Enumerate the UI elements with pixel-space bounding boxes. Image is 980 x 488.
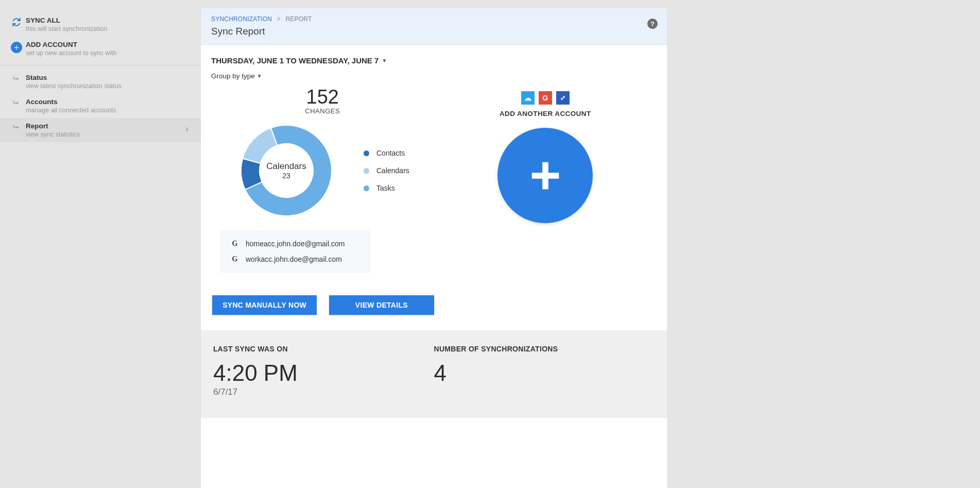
sidebar-item-report[interactable]: Report view sync statistics (0, 118, 201, 142)
last-sync-label: LAST SYNC WAS ON (213, 345, 434, 353)
sidebar-sync-all-title: SYNC ALL (26, 16, 191, 24)
group-by-dropdown[interactable]: Group by type ▼ (211, 72, 262, 80)
sidebar-item-status[interactable]: Status view latest synchronization statu… (0, 70, 201, 94)
sidebar-report-title: Report (26, 122, 183, 130)
group-by-label: Group by type (211, 72, 255, 80)
legend-dot-icon (364, 186, 369, 191)
legend-item-calendars[interactable]: Calendars (364, 166, 409, 175)
changes-label: CHANGES (211, 107, 434, 115)
google-icon: G (230, 255, 239, 264)
sidebar-item-add-account[interactable]: ＋ ADD ACCOUNT set up new account to sync… (0, 37, 201, 61)
donut-center-label: Calendars (266, 161, 306, 172)
expand-provider-icon[interactable]: ⤢ (556, 91, 570, 105)
date-range-dropdown[interactable]: THURSDAY, JUNE 1 TO WEDNESDAY, JUNE 7 ▼ (211, 56, 387, 65)
legend-dot-icon (364, 168, 369, 174)
sidebar: SYNC ALL this will start synchronization… (0, 0, 201, 488)
sync-manually-button[interactable]: SYNC MANUALLY NOW (212, 295, 317, 315)
add-account-button[interactable] (497, 128, 593, 223)
add-another-account-label: ADD ANOTHER ACCOUNT (434, 110, 657, 117)
num-sync-label: NUMBER OF SYNCHRONIZATIONS (434, 345, 655, 353)
page-title: Sync Report (211, 26, 657, 37)
breadcrumb-current: REPORT (285, 15, 312, 23)
caret-down-icon: ▼ (257, 73, 262, 79)
sidebar-status-subtitle: view latest synchronization status (26, 82, 191, 90)
donut-chart[interactable]: Calendars 23 (240, 124, 333, 217)
sidebar-sync-all-subtitle: this will start synchronization (26, 25, 191, 32)
bottom-stats: LAST SYNC WAS ON 4:20 PM 6/7/17 NUMBER O… (201, 330, 667, 418)
header: SYNCHRONIZATION > REPORT Sync Report ? (201, 8, 667, 45)
account-row[interactable]: Gworkacc.john.doe@gmail.com (228, 251, 362, 267)
chevron-right-icon (183, 126, 191, 134)
sidebar-item-sync-all[interactable]: SYNC ALL this will start synchronization (0, 12, 201, 37)
donut-center: Calendars 23 (240, 124, 333, 217)
plus-icon (527, 158, 563, 194)
sidebar-accounts-subtitle: manage all connected accounts (26, 107, 191, 114)
arrow-sub-icon (7, 98, 26, 107)
breadcrumb-root[interactable]: SYNCHRONIZATION (211, 15, 272, 23)
sidebar-divider (0, 65, 201, 65)
breadcrumb: SYNCHRONIZATION > REPORT (211, 15, 657, 23)
breadcrumb-separator: > (277, 15, 281, 23)
legend-label: Calendars (376, 166, 409, 175)
sidebar-status-title: Status (26, 74, 191, 81)
content: THURSDAY, JUNE 1 TO WEDNESDAY, JUNE 7 ▼ … (201, 45, 667, 330)
last-sync-time: 4:20 PM (213, 360, 434, 386)
arrow-sub-icon (7, 122, 26, 131)
sidebar-add-account-subtitle: set up new account to sync with (26, 49, 191, 57)
legend-dot-icon (364, 150, 369, 156)
account-email: workacc.john.doe@gmail.com (246, 255, 342, 263)
plus-circle-icon: ＋ (7, 41, 26, 53)
arrow-sub-icon (7, 74, 26, 83)
account-email: homeacc.john.doe@gmail.com (246, 240, 345, 248)
num-sync-value: 4 (434, 360, 655, 386)
view-details-button[interactable]: VIEW DETAILS (329, 295, 434, 315)
date-range-label: THURSDAY, JUNE 1 TO WEDNESDAY, JUNE 7 (211, 56, 379, 65)
right-gutter (667, 0, 980, 488)
google-icon: G (230, 239, 239, 248)
sidebar-report-subtitle: view sync statistics (26, 131, 183, 138)
provider-badges: ☁ G ⤢ (521, 91, 570, 105)
help-icon[interactable]: ? (647, 19, 658, 29)
legend-label: Tasks (376, 184, 395, 192)
legend-label: Contacts (376, 149, 405, 157)
legend-item-tasks[interactable]: Tasks (364, 184, 409, 192)
donut-center-value: 23 (282, 172, 290, 180)
main-panel: SYNCHRONIZATION > REPORT Sync Report ? T… (201, 8, 667, 488)
sidebar-item-accounts[interactable]: Accounts manage all connected accounts (0, 94, 201, 118)
sidebar-accounts-title: Accounts (26, 98, 191, 106)
sidebar-add-account-title: ADD ACCOUNT (26, 41, 191, 48)
google-provider-icon[interactable]: G (539, 91, 552, 105)
last-sync-date: 6/7/17 (213, 387, 434, 397)
caret-down-icon: ▼ (382, 58, 387, 63)
chart-legend: ContactsCalendarsTasks (364, 149, 409, 192)
changes-count: 152 (211, 86, 434, 108)
account-row[interactable]: Ghomeacc.john.doe@gmail.com (228, 236, 362, 251)
sync-icon (7, 16, 26, 27)
cloud-provider-icon[interactable]: ☁ (521, 91, 535, 105)
legend-item-contacts[interactable]: Contacts (364, 149, 409, 157)
accounts-list: Ghomeacc.john.doe@gmail.comGworkacc.john… (220, 230, 370, 273)
